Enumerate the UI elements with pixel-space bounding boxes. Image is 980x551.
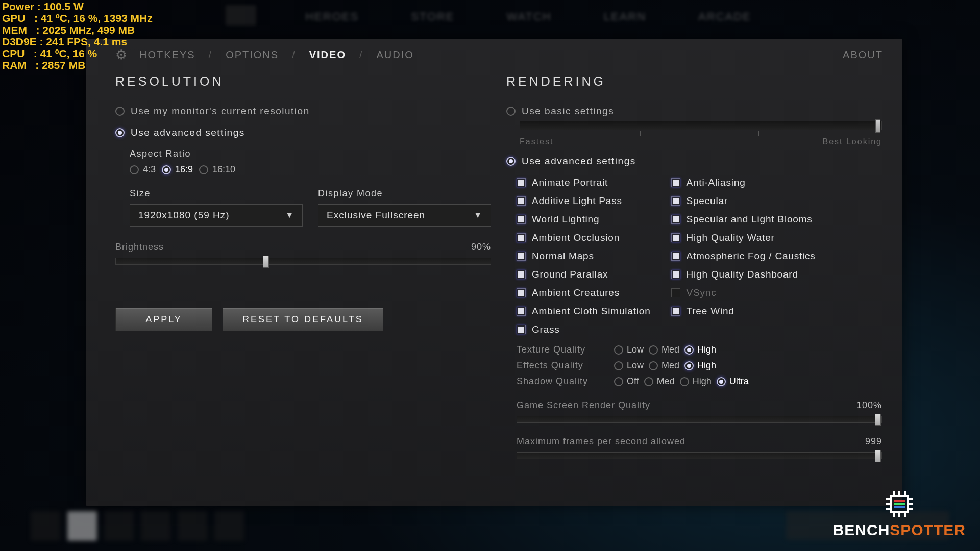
checkbox-icon xyxy=(671,252,680,261)
checkbox-icon xyxy=(671,215,680,224)
checkbox-vsync[interactable]: VSync xyxy=(671,287,816,298)
resolution-title: RESOLUTION xyxy=(115,74,491,95)
apply-button[interactable]: APPLY xyxy=(115,308,212,331)
radio-icon xyxy=(506,107,516,116)
svg-rect-13 xyxy=(894,500,905,502)
checkbox-ambient-occlusion[interactable]: Ambient Occlusion xyxy=(517,232,651,243)
size-label: Size xyxy=(130,188,303,199)
checkbox-normal-maps[interactable]: Normal Maps xyxy=(517,251,651,262)
checkbox-world-lighting[interactable]: World Lighting xyxy=(517,214,651,225)
benchspotter-logo: BENCHSPOTTER xyxy=(833,489,966,539)
display-mode-select[interactable]: Exclusive Fullscreen ▼ xyxy=(318,204,491,227)
radio-use-monitor-resolution[interactable]: Use my monitor's current resolution xyxy=(115,106,491,117)
checkbox-grass[interactable]: Grass xyxy=(517,324,651,335)
bottom-bar xyxy=(31,511,949,541)
checkbox-specular[interactable]: Specular xyxy=(671,195,816,207)
max-fps-label: Maximum frames per second allowed xyxy=(517,436,685,447)
basic-best-label: Best Looking xyxy=(822,137,882,146)
checkbox-specular-and-light-blooms[interactable]: Specular and Light Blooms xyxy=(671,214,816,225)
radio-icon xyxy=(506,157,516,166)
svg-rect-15 xyxy=(894,506,905,508)
tab-options[interactable]: OPTIONS xyxy=(222,49,283,61)
checkbox-icon xyxy=(517,307,526,316)
checkbox-icon xyxy=(517,252,526,261)
max-fps-value: 999 xyxy=(865,436,882,447)
quality-shadow-quality: Shadow QualityOffMedHighUltra xyxy=(517,376,882,387)
quality-effects-quality: Effects QualityLowMedHigh xyxy=(517,360,882,371)
checkbox-icon xyxy=(671,196,680,206)
checkbox-icon xyxy=(671,288,680,297)
checkbox-icon xyxy=(517,233,526,242)
brightness-label: Brightness xyxy=(115,242,164,253)
rendering-checkboxes: Animate PortraitAdditive Light PassWorld… xyxy=(517,177,882,335)
checkbox-icon xyxy=(517,215,526,224)
radio-use-advanced-rendering[interactable]: Use advanced settings xyxy=(506,156,882,167)
quality-option-ultra[interactable]: Ultra xyxy=(717,376,749,387)
quality-option-off[interactable]: Off xyxy=(614,376,639,387)
quality-texture-quality: Texture QualityLowMedHigh xyxy=(517,344,882,355)
checkbox-icon xyxy=(517,196,526,206)
quality-option-high[interactable]: High xyxy=(680,376,712,387)
aspect-ratio-options: 4:3 16:9 16:10 xyxy=(130,164,491,175)
reset-defaults-button[interactable]: RESET TO DEFAULTS xyxy=(223,308,383,331)
tab-audio[interactable]: AUDIO xyxy=(373,49,418,61)
checkbox-ambient-cloth-simulation[interactable]: Ambient Cloth Simulation xyxy=(517,306,651,317)
svg-rect-14 xyxy=(894,503,905,505)
radio-icon xyxy=(115,107,125,116)
checkbox-ground-parallax[interactable]: Ground Parallax xyxy=(517,269,651,280)
chevron-down-icon: ▼ xyxy=(474,211,482,220)
radio-icon xyxy=(115,128,125,137)
quality-option-med[interactable]: Med xyxy=(649,360,679,371)
quality-option-low[interactable]: Low xyxy=(614,360,644,371)
max-fps-slider[interactable] xyxy=(517,452,882,459)
quality-option-med[interactable]: Med xyxy=(644,376,675,387)
aspect-ratio-label: Aspect Ratio xyxy=(130,148,491,159)
aspect-16-10[interactable]: 16:10 xyxy=(199,164,235,175)
render-quality-label: Game Screen Render Quality xyxy=(517,400,650,411)
size-select[interactable]: 980x551 (59 Hz) ▼ xyxy=(130,204,303,227)
quality-option-high[interactable]: High xyxy=(684,344,716,355)
brightness-value: 90% xyxy=(471,242,491,253)
checkbox-icon xyxy=(671,233,680,242)
checkbox-ambient-creatures[interactable]: Ambient Creatures xyxy=(517,287,651,298)
slider-thumb[interactable] xyxy=(263,256,269,268)
checkbox-icon xyxy=(671,270,680,279)
quality-option-low[interactable]: Low xyxy=(614,344,644,355)
tab-video[interactable]: VIDEO xyxy=(305,49,350,61)
checkbox-icon xyxy=(671,178,680,187)
checkbox-high-quality-water[interactable]: High Quality Water xyxy=(671,232,816,243)
performance-overlay: Power : 100.5 W GPU : 41 ºC, 16 %, 1393 … xyxy=(2,1,153,71)
checkbox-icon xyxy=(517,288,526,297)
brightness-slider[interactable] xyxy=(115,258,491,265)
aspect-16-9[interactable]: 16:9 xyxy=(162,164,193,175)
checkbox-icon xyxy=(517,325,526,334)
checkbox-atmospheric-fog-caustics[interactable]: Atmospheric Fog / Caustics xyxy=(671,251,816,262)
quality-option-high[interactable]: High xyxy=(684,360,716,371)
basic-fastest-label: Fastest xyxy=(520,137,553,146)
slider-thumb[interactable] xyxy=(875,450,881,462)
checkbox-additive-light-pass[interactable]: Additive Light Pass xyxy=(517,195,651,207)
aspect-4-3[interactable]: 4:3 xyxy=(130,164,156,175)
checkbox-icon xyxy=(671,307,680,316)
render-quality-slider[interactable] xyxy=(517,416,882,423)
checkbox-anti-aliasing[interactable]: Anti-Aliasing xyxy=(671,177,816,188)
radio-use-basic-rendering[interactable]: Use basic settings xyxy=(506,106,882,117)
tab-about[interactable]: ABOUT xyxy=(839,49,887,61)
checkbox-high-quality-dashboard[interactable]: High Quality Dashboard xyxy=(671,269,816,280)
settings-tabs: ⚙ HOTKEYS / OPTIONS / VIDEO / AUDIO ABOU… xyxy=(86,39,902,70)
resolution-section: RESOLUTION Use my monitor's current reso… xyxy=(115,74,491,459)
basic-quality-slider[interactable] xyxy=(520,121,882,130)
rendering-title: RENDERING xyxy=(506,74,882,95)
checkbox-icon xyxy=(517,270,526,279)
checkbox-icon xyxy=(517,178,526,187)
settings-panel: ⚙ HOTKEYS / OPTIONS / VIDEO / AUDIO ABOU… xyxy=(86,39,902,506)
slider-thumb[interactable] xyxy=(875,119,880,133)
radio-use-advanced-resolution[interactable]: Use advanced settings xyxy=(115,127,491,138)
quality-option-med[interactable]: Med xyxy=(649,344,679,355)
checkbox-animate-portrait[interactable]: Animate Portrait xyxy=(517,177,651,188)
render-quality-value: 100% xyxy=(856,400,882,411)
rendering-section: RENDERING Use basic settings Fastest Bes… xyxy=(506,74,882,459)
checkbox-tree-wind[interactable]: Tree Wind xyxy=(671,306,816,317)
slider-thumb[interactable] xyxy=(875,414,881,426)
chevron-down-icon: ▼ xyxy=(285,211,294,220)
